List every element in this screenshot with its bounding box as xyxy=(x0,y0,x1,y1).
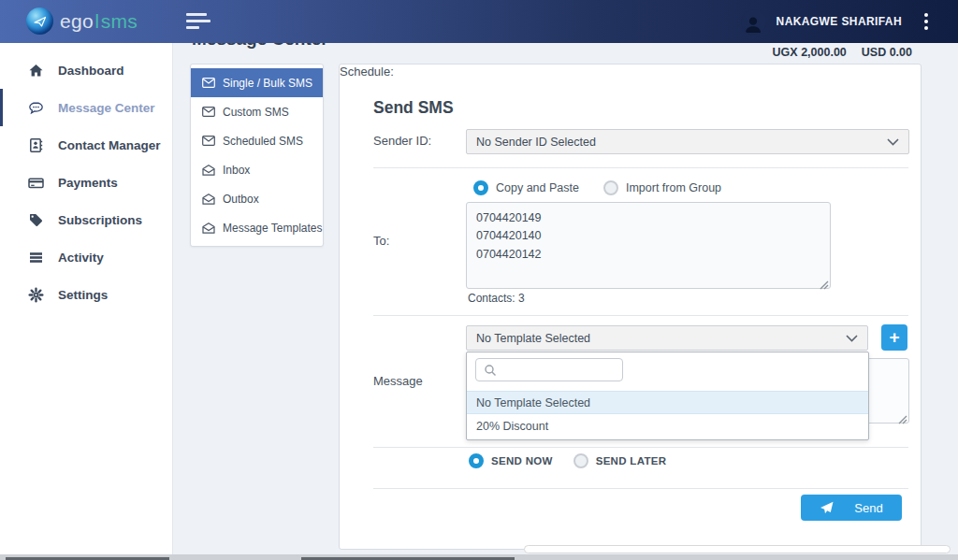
radio-selected-icon xyxy=(469,453,484,468)
top-header: egoǀsms NAKAGWE SHARIFAH xyxy=(0,0,958,43)
submenu-item-outbox[interactable]: Outbox xyxy=(191,184,323,213)
copy-paste-radio[interactable]: Copy and Paste xyxy=(473,180,579,195)
recipients-textarea[interactable]: 0704420149 0704420140 0704420142 xyxy=(466,202,831,289)
template-option-20-discount[interactable]: 20% Discount xyxy=(467,414,868,438)
submenu-item-label: Message Templates xyxy=(223,222,323,235)
send-button-label: Send xyxy=(854,501,882,515)
submenu-item-label: Inbox xyxy=(223,164,250,177)
submenu-item-custom-sms[interactable]: Custom SMS xyxy=(191,97,323,126)
search-icon xyxy=(484,364,497,377)
egosms-logo-text: egoǀsms xyxy=(60,11,138,31)
schedule-group: SEND NOW SEND LATER xyxy=(469,453,666,468)
submenu-item-label: Custom SMS xyxy=(223,106,289,119)
sidebar-item-contact-manager[interactable]: Contact Manager xyxy=(0,126,172,164)
balance-ugx: UGX 2,000.00 xyxy=(773,46,847,59)
template-search-input[interactable] xyxy=(497,364,622,377)
submenu-item-label: Outbox xyxy=(223,193,259,206)
envelope-open-icon xyxy=(202,223,215,234)
schedule-label: Schedule: xyxy=(340,65,394,79)
send-sms-title: Send SMS xyxy=(373,98,454,118)
horizontal-scrollbar-thumb[interactable] xyxy=(524,545,951,553)
kebab-menu-button[interactable] xyxy=(919,9,934,34)
chevron-down-icon xyxy=(887,138,899,146)
user-area: NAKAGWE SHARIFAH xyxy=(741,0,934,43)
radio-unselected-icon xyxy=(603,180,618,195)
send-now-radio[interactable]: SEND NOW xyxy=(469,453,553,468)
home-icon xyxy=(27,63,44,79)
envelope-icon xyxy=(202,78,215,88)
send-sms-panel: Send SMS Sender ID: No Sender ID Selecte… xyxy=(339,64,922,550)
chevron-down-icon xyxy=(846,335,858,342)
logo-separator: ǀ xyxy=(94,10,100,32)
chat-bubble-icon xyxy=(27,100,44,116)
add-template-button[interactable]: + xyxy=(881,324,907,351)
submenu-item-label: Scheduled SMS xyxy=(223,135,303,148)
recipient-mode-group: Copy and Paste Import from Group xyxy=(473,180,721,195)
contacts-count: Contacts: 3 xyxy=(468,292,525,305)
credit-card-icon xyxy=(27,175,44,191)
sender-id-value: No Sender ID Selected xyxy=(476,136,596,149)
divider xyxy=(373,447,908,448)
submenu-item-scheduled-sms[interactable]: Scheduled SMS xyxy=(191,126,323,155)
radio-unselected-icon xyxy=(573,453,588,468)
submenu-item-message-templates[interactable]: Message Templates xyxy=(191,213,323,242)
divider xyxy=(373,315,908,316)
envelope-icon xyxy=(202,136,215,146)
sidebar-item-activity[interactable]: Activity xyxy=(0,238,172,276)
user-avatar[interactable] xyxy=(741,9,766,35)
tag-icon xyxy=(27,212,44,228)
send-later-radio[interactable]: SEND LATER xyxy=(573,453,667,468)
balance-usd: USD 0.00 xyxy=(862,46,912,59)
sidebar-item-settings[interactable]: Settings xyxy=(0,276,172,313)
paper-plane-icon xyxy=(820,501,834,514)
account-balance: UGX 2,000.00 USD 0.00 xyxy=(773,46,912,59)
envelope-open-icon xyxy=(202,194,215,205)
logo-sms-text: sms xyxy=(101,10,138,32)
menu-toggle-button[interactable] xyxy=(186,13,214,30)
sidebar-item-message-center[interactable]: Message Center xyxy=(0,89,172,126)
template-dropdown-panel: No Template Selected 20% Discount xyxy=(466,352,869,440)
template-select-value: No Template Selected xyxy=(476,332,590,345)
send-button[interactable]: Send xyxy=(801,495,902,521)
template-option-no-template[interactable]: No Template Selected xyxy=(467,391,868,414)
message-center-submenu: Single / Bulk SMS Custom SMS Scheduled S… xyxy=(190,64,324,247)
sender-id-select[interactable]: No Sender ID Selected xyxy=(466,129,909,154)
address-book-icon xyxy=(27,137,44,153)
user-name: NAKAGWE SHARIFAH xyxy=(777,15,902,28)
divider xyxy=(373,488,908,489)
egosms-logo[interactable]: egoǀsms xyxy=(26,7,138,35)
divider xyxy=(373,167,908,168)
main-sidebar: Dashboard Message Center Contact Manager… xyxy=(0,43,173,560)
sidebar-item-subscriptions[interactable]: Subscriptions xyxy=(0,201,172,238)
egosms-globe-icon xyxy=(26,7,53,35)
template-select[interactable]: No Template Selected xyxy=(466,325,868,351)
template-options: No Template Selected 20% Discount xyxy=(467,391,868,438)
sidebar-item-dashboard[interactable]: Dashboard xyxy=(0,51,172,89)
envelope-open-icon xyxy=(202,165,215,176)
sidebar-item-payments[interactable]: Payments xyxy=(0,164,172,201)
submenu-item-inbox[interactable]: Inbox xyxy=(191,155,323,184)
radio-selected-icon xyxy=(473,180,488,195)
submenu-item-single-bulk-sms[interactable]: Single / Bulk SMS xyxy=(191,68,323,97)
submenu-item-label: Single / Bulk SMS xyxy=(223,77,312,90)
envelope-icon xyxy=(202,107,215,117)
message-label: Message xyxy=(373,374,423,388)
activity-list-icon xyxy=(27,250,44,266)
egosms-app: Message Center egoǀsms NAKAGWE SHARIFAH … xyxy=(0,0,958,560)
to-label: To: xyxy=(373,234,389,248)
template-search-box xyxy=(475,358,623,381)
sender-id-label: Sender ID: xyxy=(373,134,431,148)
clipped-footer-strip xyxy=(0,554,958,560)
import-from-group-radio[interactable]: Import from Group xyxy=(603,180,721,195)
logo-ego-text: ego xyxy=(60,10,94,32)
gear-icon xyxy=(27,287,44,303)
